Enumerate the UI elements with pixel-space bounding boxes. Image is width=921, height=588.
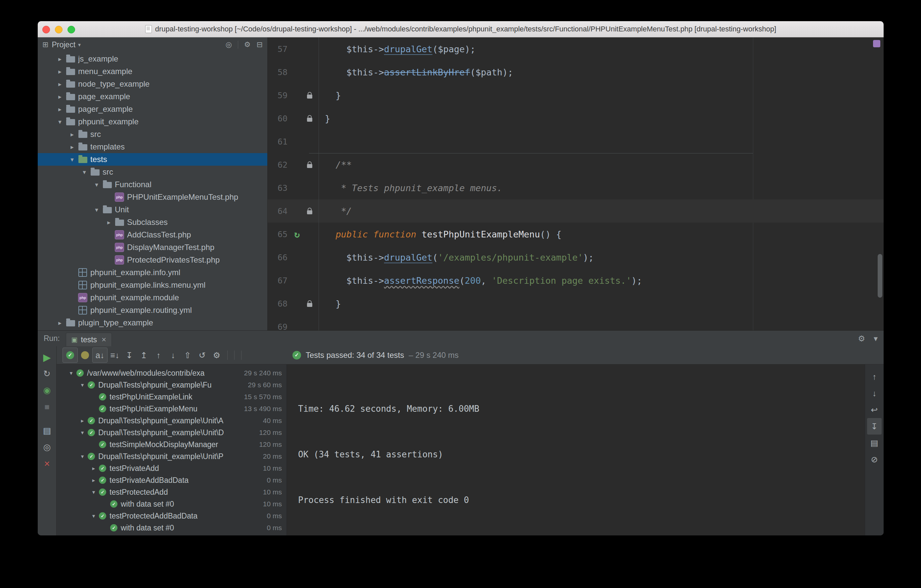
console-output[interactable]: Time: 46.62 seconds, Memory: 6.00MB OK (… [287,364,865,535]
expand-arrow-icon[interactable]: ▸ [67,143,78,151]
rerun-tests-icon[interactable]: ▶ [39,349,55,365]
test-tree-item[interactable]: ▾testProtectedAdd10 ms [57,486,286,498]
line-number[interactable]: 57 [268,44,291,54]
down-the-stack-trace-icon[interactable]: ↓ [867,385,882,401]
test-tree-item[interactable]: testPhpUnitExampleMenu13 s 490 ms [57,403,286,415]
scroll-to-end-icon[interactable]: ↧ [867,418,882,435]
project-tree-item[interactable]: phpunit_example.links.menu.yml [38,279,267,291]
project-tree-item[interactable]: ▸page_example [38,90,267,103]
hide-panel-icon[interactable]: ▾ [874,334,878,343]
settings-gear-icon[interactable]: ⚙ [210,348,224,362]
editor-line[interactable]: 66 $this->drupalGet('/examples/phpunit-e… [268,246,884,269]
expand-all-icon[interactable]: ↧ [122,348,137,362]
collapse-arrow-icon[interactable]: ▾ [77,382,88,388]
up-the-stack-trace-icon[interactable]: ↑ [867,369,882,385]
test-tree-item[interactable]: ▸testPrivateAddBadData0 ms [57,474,286,486]
line-number[interactable]: 58 [268,67,291,77]
project-tree-item[interactable]: ▾Functional [38,178,267,191]
project-tree-item[interactable]: AddClassTest.php [38,229,267,241]
minimize-window-button[interactable] [55,26,62,33]
console-icon[interactable]: ▤ [39,422,55,439]
sort-by-duration-icon[interactable]: ≡↓ [107,348,122,362]
project-tree-item[interactable]: phpunit_example.info.yml [38,266,267,279]
expand-arrow-icon[interactable]: ▸ [54,68,65,75]
editor-scrollbar-thumb[interactable] [878,254,882,298]
code-editor[interactable]: 57 $this->drupalGet($page);58 $this->ass… [268,37,884,330]
test-tree-item[interactable]: testPhpUnitExampleLink15 s 570 ms [57,391,286,403]
close-icon[interactable]: × [39,455,55,472]
editor-line[interactable]: 59 } [268,84,884,107]
run-tab-tests[interactable]: ▣ tests × [66,333,112,346]
run-test-icon[interactable]: ↻ [295,229,300,240]
editor-line[interactable]: 64 */ [268,200,884,223]
collapse-arrow-icon[interactable]: ▾ [77,429,88,436]
select-opened-file-icon[interactable]: ◎ [226,41,232,49]
editor-line[interactable]: 57 $this->drupalGet($page); [268,37,884,60]
editor-line[interactable]: 61 [268,130,884,153]
editor-line[interactable]: 60} [268,107,884,130]
print-icon[interactable]: ▤ [867,435,882,451]
expand-arrow-icon[interactable]: ▸ [88,477,99,484]
toggle-auto-test-icon[interactable]: ◉ [39,382,55,398]
test-tree-item[interactable]: ▾Drupal\Tests\phpunit_example\Unit\D120 … [57,427,286,439]
editor-line[interactable]: 69 [268,315,884,330]
expand-arrow-icon[interactable]: ▸ [54,80,65,88]
title-bar[interactable]: drupal-testing-workshop [~/Code/os/drupa… [38,21,884,37]
rerun-failed-tests-icon[interactable]: ↻ [39,365,55,382]
line-number[interactable]: 62 [268,160,291,170]
project-tree-item[interactable]: ▸Subclasses [38,216,267,229]
editor-line[interactable]: 65↻ public function testPhpUnitExampleMe… [268,223,884,246]
collapse-arrow-icon[interactable]: ▾ [77,453,88,460]
line-number[interactable]: 61 [268,137,291,146]
gutter-run-slot[interactable]: ↻ [291,229,303,240]
pin-tab-icon[interactable]: ◎ [39,439,55,455]
project-tree-item[interactable]: ▸node_type_example [38,78,267,90]
collapse-arrow-icon[interactable]: ▾ [67,156,78,163]
close-tab-icon[interactable]: × [102,335,106,344]
editor-line[interactable]: 62 /** [268,153,884,176]
test-tree-item[interactable]: ▾Drupal\Tests\phpunit_example\Fu29 s 60 … [57,379,286,391]
soft-wrap-icon[interactable]: ↩ [867,401,882,418]
editor-line[interactable]: 67 $this->assertResponse(200, 'Descripti… [268,269,884,292]
stop-icon[interactable]: ■ [39,398,55,415]
line-number[interactable]: 66 [268,253,291,262]
editor-line[interactable]: 58 $this->assertLinkByHref($path); [268,60,884,84]
collapse-arrow-icon[interactable]: ▾ [91,206,102,214]
project-tree-item[interactable]: phpunit_example.routing.yml [38,304,267,317]
test-tree-item[interactable]: with data set #010 ms [57,498,286,510]
test-tree-item[interactable]: ▸testPrivateAdd10 ms [57,462,286,474]
collapse-arrow-icon[interactable]: ▾ [88,489,99,496]
test-tree-item[interactable]: ▸Drupal\Tests\phpunit_example\Unit\A40 m… [57,415,286,427]
expand-arrow-icon[interactable]: ▸ [77,417,88,424]
project-tree-item[interactable]: ▾src [38,166,267,178]
test-tree-item[interactable]: testSimpleMockDisplayManager120 ms [57,439,286,450]
settings-gear-icon[interactable]: ⚙ [244,41,251,49]
collapse-arrow-icon[interactable]: ▾ [79,168,90,176]
line-number[interactable]: 64 [268,206,291,216]
collapse-arrow-icon[interactable]: ▾ [91,181,102,188]
project-tree-item[interactable]: ▸templates [38,141,267,153]
sort-alphabetically-icon[interactable]: a↓ [92,348,107,363]
show-passed-icon[interactable] [62,348,78,363]
line-number[interactable]: 69 [268,322,291,331]
expand-arrow-icon[interactable]: ▸ [67,131,78,138]
project-tree-item[interactable]: ▸pager_example [38,103,267,115]
collapse-arrow-icon[interactable]: ▾ [66,370,76,377]
project-tree-item[interactable]: ▾Unit [38,203,267,216]
collapse-arrow-icon[interactable]: ▾ [88,513,99,520]
collapse-arrow-icon[interactable]: ▾ [54,118,65,126]
line-number[interactable]: 67 [268,276,291,286]
next-failed-test-icon[interactable]: ↓ [166,348,180,362]
project-tree-item[interactable]: ▾tests [38,153,267,166]
test-tree-item[interactable]: ▾testProtectedAddBadData0 ms [57,510,286,522]
line-number[interactable]: 63 [268,183,291,193]
line-number[interactable]: 68 [268,299,291,309]
expand-arrow-icon[interactable]: ▸ [103,219,114,226]
project-tree-item[interactable]: ProtectedPrivatesTest.php [38,253,267,266]
expand-arrow-icon[interactable]: ▸ [88,465,99,472]
previous-failed-test-icon[interactable]: ↑ [151,348,166,362]
project-panel-title[interactable]: Project [52,41,75,49]
test-tree-item[interactable]: with data set #00 ms [57,522,286,534]
chevron-down-icon[interactable]: ▾ [78,42,81,48]
project-tree-item[interactable]: ▾phpunit_example [38,115,267,128]
